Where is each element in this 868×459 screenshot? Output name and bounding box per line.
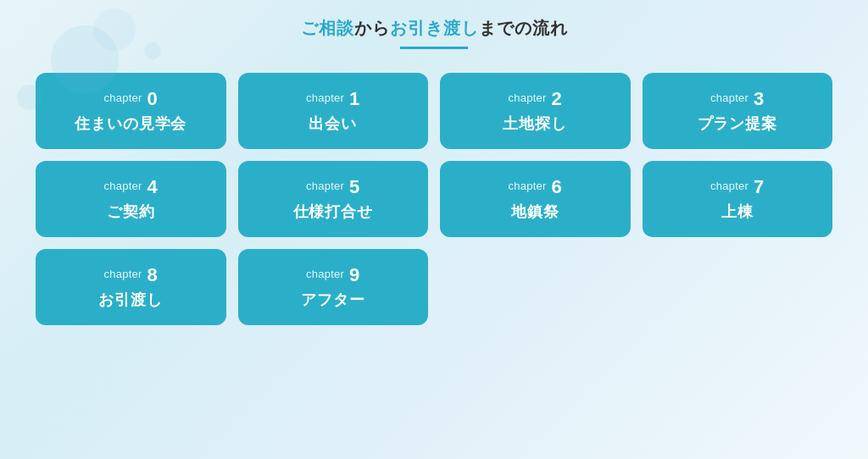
chapter-num-3: 3 bbox=[754, 88, 765, 109]
chapter-name-6: 地鎮祭 bbox=[511, 202, 559, 222]
chapter-card-9[interactable]: chapter 9 アフター bbox=[238, 249, 429, 325]
chapters-grid: chapter 0 住まいの見学会 chapter 1 出会い chapter … bbox=[36, 73, 832, 325]
title-part1: ご相談 bbox=[301, 19, 354, 37]
title-part4: までの流れ bbox=[479, 19, 568, 37]
chapter-label-5: chapter 5 bbox=[306, 176, 360, 198]
title-part3: お引き渡し bbox=[390, 19, 479, 37]
chapter-label-1: chapter 1 bbox=[306, 88, 360, 110]
chapter-num-6: 6 bbox=[552, 176, 563, 197]
page-title: ご相談からお引き渡しまでの流れ bbox=[301, 17, 568, 40]
chapter-num-9: 9 bbox=[349, 264, 360, 285]
chapter-card-1[interactable]: chapter 1 出会い bbox=[238, 73, 429, 149]
main-container: ご相談からお引き渡しまでの流れ chapter 0 住まいの見学会 chapte… bbox=[0, 0, 868, 459]
chapter-label-4: chapter 4 bbox=[103, 176, 158, 198]
chapter-label-0: chapter 0 bbox=[103, 88, 158, 110]
chapter-name-9: アフター bbox=[301, 290, 365, 310]
chapter-num-8: 8 bbox=[147, 264, 159, 285]
chapter-card-0[interactable]: chapter 0 住まいの見学会 bbox=[36, 73, 226, 149]
chapter-num-2: 2 bbox=[552, 88, 563, 109]
grid-row-1: chapter 0 住まいの見学会 chapter 1 出会い chapter … bbox=[36, 73, 832, 149]
chapter-label-8: chapter 8 bbox=[103, 264, 158, 286]
chapter-card-6[interactable]: chapter 6 地鎮祭 bbox=[440, 161, 631, 237]
chapter-label-7: chapter 7 bbox=[710, 176, 765, 198]
chapter-num-5: 5 bbox=[349, 176, 360, 197]
grid-row-2: chapter 4 ご契約 chapter 5 仕様打合せ chapter 6 … bbox=[36, 161, 832, 237]
chapter-num-7: 7 bbox=[754, 176, 765, 197]
chapter-label-3: chapter 3 bbox=[710, 88, 765, 110]
chapter-card-2[interactable]: chapter 2 土地探し bbox=[440, 73, 631, 149]
chapter-name-3: プラン提案 bbox=[698, 113, 778, 134]
title-part2: から bbox=[354, 19, 390, 37]
chapter-num-4: 4 bbox=[147, 176, 159, 197]
chapter-card-8[interactable]: chapter 8 お引渡し bbox=[36, 249, 226, 325]
chapter-name-0: 住まいの見学会 bbox=[75, 113, 186, 134]
grid-row-3: chapter 8 お引渡し chapter 9 アフター bbox=[36, 249, 832, 325]
chapter-label-2: chapter 2 bbox=[508, 88, 562, 110]
chapter-card-5[interactable]: chapter 5 仕様打合せ bbox=[238, 161, 429, 237]
title-area: ご相談からお引き渡しまでの流れ bbox=[301, 17, 568, 49]
chapter-label-9: chapter 9 bbox=[306, 264, 360, 286]
chapter-card-3[interactable]: chapter 3 プラン提案 bbox=[643, 73, 833, 149]
chapter-name-4: ご契約 bbox=[107, 202, 155, 222]
chapter-name-1: 出会い bbox=[309, 113, 357, 134]
title-underline bbox=[400, 47, 468, 49]
chapter-card-4[interactable]: chapter 4 ご契約 bbox=[36, 161, 226, 237]
chapter-label-6: chapter 6 bbox=[508, 176, 562, 198]
chapter-name-5: 仕様打合せ bbox=[293, 202, 374, 222]
chapter-name-8: お引渡し bbox=[98, 290, 163, 310]
chapter-num-0: 0 bbox=[147, 88, 159, 109]
chapter-num-1: 1 bbox=[349, 88, 360, 109]
chapter-name-7: 上棟 bbox=[721, 202, 754, 222]
chapter-name-2: 土地探し bbox=[503, 113, 567, 134]
chapter-card-7[interactable]: chapter 7 上棟 bbox=[643, 161, 833, 237]
